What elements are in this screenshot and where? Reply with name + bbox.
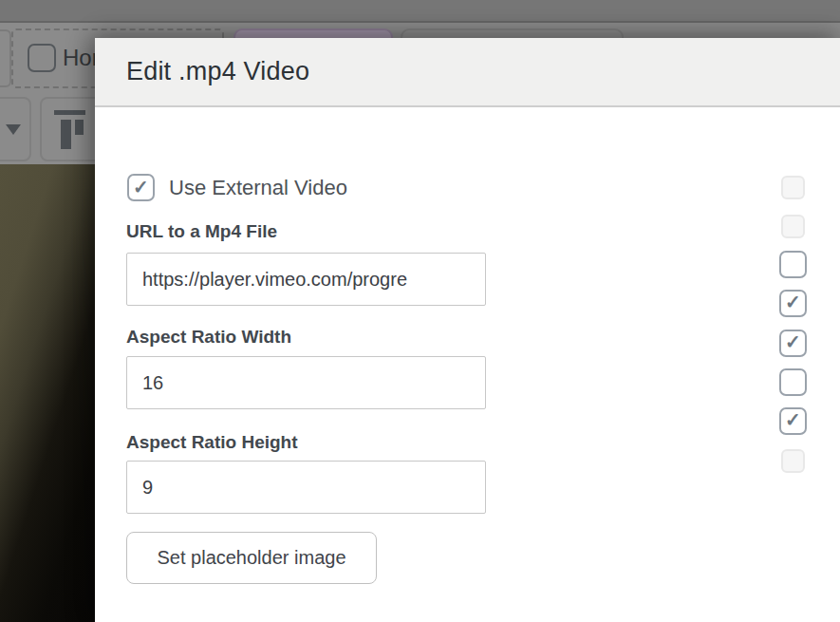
video-option-row: Sl [779,173,807,201]
check-icon: ✓ [785,292,801,311]
screen: Hor Edit .mp4 Video ✓ Use External Video… [0,0,840,622]
dropdown-button [0,97,31,161]
option-checkbox[interactable] [779,251,807,278]
toolbar-edge-fragment [0,29,11,87]
check-icon: ✓ [785,332,801,351]
option-checkbox [781,215,805,238]
url-input[interactable] [126,253,486,306]
background-checkbox-label: Hor [63,45,100,71]
align-top-icon [54,110,85,115]
video-option-row: M [779,368,807,396]
use-external-video-checkbox[interactable]: ✓ [127,174,155,201]
option-checkbox[interactable]: ✓ [779,407,807,435]
video-option-row: A [779,250,807,278]
use-external-video-row[interactable]: ✓ Use External Video [127,174,347,201]
top-bar [0,0,840,23]
set-placeholder-image-button[interactable]: Set placeholder image [126,532,377,584]
use-external-video-label: Use External Video [169,176,347,200]
option-checkbox[interactable]: ✓ [779,290,807,317]
url-label: URL to a Mp4 File [126,221,277,242]
background-checkbox [28,44,56,72]
aspect-ratio-width-input[interactable] [126,356,486,409]
edit-mp4-video-dialog: Edit .mp4 Video ✓ Use External Video URL… [95,38,840,622]
dialog-title: Edit .mp4 Video [126,57,309,86]
video-option-row: ✓Pl [779,329,807,357]
dialog-header: Edit .mp4 Video [95,38,840,107]
option-checkbox [781,449,805,473]
video-option-row: ✓Sl [779,406,807,435]
background-photo [0,164,95,622]
caret-down-icon [6,124,21,135]
aspect-ratio-height-label: Aspect Ratio Height [126,432,298,453]
option-checkbox[interactable]: ✓ [779,330,807,357]
check-icon: ✓ [785,410,801,429]
align-top-icon [75,120,84,135]
aspect-ratio-height-input[interactable] [126,461,486,514]
align-top-icon [61,120,71,149]
video-option-row: Sl [779,212,807,240]
check-icon: ✓ [133,178,149,197]
option-checkbox [781,176,805,199]
video-option-row: ✓Lo [779,289,807,317]
video-option-row: Sl [779,446,807,475]
option-checkbox[interactable] [779,368,807,396]
aspect-ratio-width-label: Aspect Ratio Width [126,327,291,348]
